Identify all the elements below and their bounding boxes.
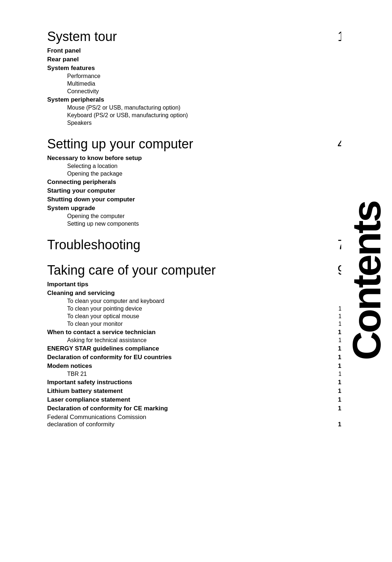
section-heading: Troubleshooting 7	[47, 237, 345, 253]
entry-l1-text: Connecting peripherals	[47, 179, 116, 186]
entry-l2-text: Connectivity	[67, 88, 99, 95]
entry-l2-text: Opening the package	[67, 171, 122, 177]
entry-l2-text: To clean your pointing device	[67, 305, 142, 312]
toc-entry-l1: Front panel 1	[47, 47, 345, 54]
toc-entry-l2: Mouse (PS/2 or USB, manufacturing option…	[47, 104, 345, 111]
toc-entry-l2: Asking for technical assistance 10	[47, 337, 345, 344]
entry-l1-text: Modem notices	[47, 362, 92, 370]
entry-l2-text: Speakers	[67, 120, 92, 126]
side-title: Contents	[341, 0, 392, 562]
entry-l1-text: Declaration of conformity for EU countri…	[47, 354, 172, 361]
toc-entry-l1: Shutting down your computer 5	[47, 196, 345, 203]
entry-l1-text: Important tips	[47, 281, 88, 288]
section-heading-text: Taking care of your computer	[47, 263, 216, 278]
entry-l1-text: System features	[47, 65, 95, 72]
toc-entry-l1: Connecting peripherals 5	[47, 179, 345, 186]
entry-l1-text: Important safety instructions	[47, 379, 132, 386]
entry-l1-text: Front panel	[47, 47, 81, 54]
section-heading-text: Troubleshooting	[47, 237, 140, 253]
entry-l1-text: Federal Communications Comissiondeclarat…	[47, 414, 146, 428]
entry-l1-text: Necessary to know before setup	[47, 155, 142, 162]
toc-entry-l1: ENERGY STAR guidelines compliance 11	[47, 345, 345, 352]
section-heading-text: Setting up your computer	[47, 136, 193, 152]
toc-entry-l2: Opening the computer 6	[47, 213, 345, 220]
toc-entry-l1: System features 2	[47, 65, 345, 72]
toc-entry-l1: Important tips 9	[47, 281, 345, 288]
entry-l2-text: Selecting a location	[67, 163, 118, 169]
toc-content: System tour 1 Front panel 1 Rear panel 1…	[47, 29, 345, 428]
toc-entry-l1: Declaration of conformity for EU countri…	[47, 354, 345, 361]
toc-entry-l1: System upgrade 6	[47, 205, 345, 212]
section-heading: Setting up your computer 4	[47, 136, 345, 152]
toc-entry-l1: Cleaning and servicing 9	[47, 290, 345, 297]
entry-l2-text: To clean your monitor	[67, 321, 123, 327]
toc-entry-l2: Keyboard (PS/2 or USB, manufacturing opt…	[47, 112, 345, 119]
entry-l1-text: Lithium battery statement	[47, 387, 123, 395]
toc-entry-l1: Modem notices 11	[47, 362, 345, 370]
toc-entry-l1: Laser compliance statement 14	[47, 396, 345, 403]
entry-l2-text: To clean your computer and keyboard	[67, 298, 164, 304]
toc-entry-l2: To clean your monitor 10	[47, 321, 345, 327]
section-heading: System tour 1	[47, 29, 345, 44]
toc-entry-l1: When to contact a service technician 10	[47, 329, 345, 336]
entry-l2-text: Mouse (PS/2 or USB, manufacturing option…	[67, 104, 180, 111]
toc-entry-l2: To clean your optical mouse 10	[47, 313, 345, 320]
toc-entry-l2: Setting up new components 6	[47, 221, 345, 227]
toc-entry-l2: Opening the package 4	[47, 171, 345, 177]
entry-l2-text: To clean your optical mouse	[67, 313, 139, 320]
entry-l2-text: Asking for technical assistance	[67, 337, 147, 344]
entry-l2-text: Performance	[67, 73, 101, 79]
side-title-text: Contents	[347, 202, 387, 360]
toc-entry-l1: Federal Communications Comissiondeclarat…	[47, 414, 345, 428]
entry-l1-text: System peripherals	[47, 96, 104, 103]
entry-l1-text: Declaration of conformity for CE marking	[47, 405, 168, 412]
page-container: System tour 1 Front panel 1 Rear panel 1…	[0, 0, 392, 457]
entry-l1-text: Cleaning and servicing	[47, 290, 115, 297]
toc-entry-l1: Necessary to know before setup 4	[47, 155, 345, 162]
toc-entry-l1: Starting your computer 5	[47, 187, 345, 194]
toc-entry-l1: System peripherals 2	[47, 96, 345, 103]
toc-entry-l2: Multimedia 2	[47, 81, 345, 87]
entry-l1-text: Starting your computer	[47, 187, 115, 194]
entry-l2-text: Setting up new components	[67, 221, 139, 227]
section-heading-text: System tour	[47, 29, 117, 44]
entry-l1-text: Laser compliance statement	[47, 396, 130, 403]
entry-l1-text: Shutting down your computer	[47, 196, 135, 203]
entry-l2-text: TBR 21	[67, 371, 87, 377]
section-heading: Taking care of your computer 9	[47, 263, 345, 278]
entry-l2-text: Keyboard (PS/2 or USB, manufacturing opt…	[67, 112, 188, 119]
toc-entry-l2: Speakers 3	[47, 120, 345, 126]
entry-l1-text: Rear panel	[47, 56, 79, 63]
toc-entry-l2: TBR 21 11	[47, 371, 345, 377]
entry-l1-text: ENERGY STAR guidelines compliance	[47, 345, 159, 352]
toc-entry-l2: To clean your computer and keyboard 9	[47, 298, 345, 304]
entry-l2-text: Multimedia	[67, 81, 95, 87]
toc-entry-l2: To clean your pointing device 10	[47, 305, 345, 312]
entry-l1-text: When to contact a service technician	[47, 329, 156, 336]
toc-entry-l1: Declaration of conformity for CE marking…	[47, 405, 345, 412]
entry-l2-text: Opening the computer	[67, 213, 124, 220]
toc-entry-l1: Rear panel 1	[47, 56, 345, 63]
toc-entry-l1: Lithium battery statement 13	[47, 387, 345, 395]
entry-l1-text: System upgrade	[47, 205, 95, 212]
toc-entry-l2: Performance 2	[47, 73, 345, 79]
toc-entry-l2: Connectivity 2	[47, 88, 345, 95]
toc-entry-l2: Selecting a location 4	[47, 163, 345, 169]
toc-entry-l1: Important safety instructions 11	[47, 379, 345, 386]
